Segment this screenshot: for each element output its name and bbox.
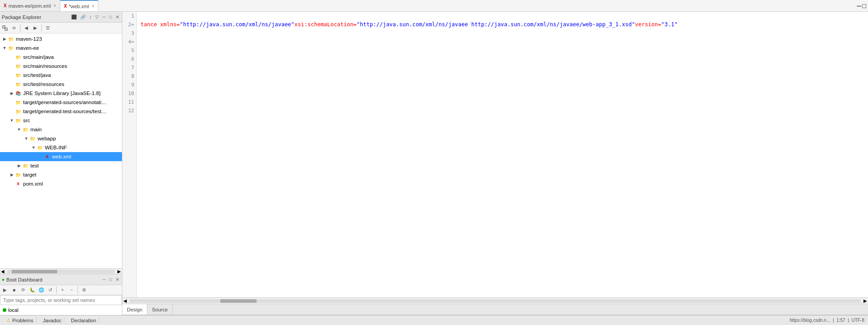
tree-item-main[interactable]: ▼ 📁 main [0, 125, 122, 134]
boot-refresh-btn[interactable]: ↺ [46, 286, 54, 294]
link-editor-btn[interactable]: 🔗 [79, 14, 87, 20]
close-panel-btn[interactable]: ✕ [115, 14, 120, 20]
boot-start-btn[interactable]: ▶ [1, 286, 9, 294]
tab-pom-xml-close[interactable]: × [53, 3, 56, 8]
boot-remove-btn[interactable]: − [68, 286, 76, 294]
editor-hscroll[interactable]: ◀ ▶ [122, 298, 868, 304]
folder-icon-main: 📁 [22, 126, 29, 133]
tree-item-src-test-java[interactable]: 📁 src/test/java [0, 71, 122, 80]
label-src: src [23, 118, 30, 123]
code-area[interactable]: tance xmlns="http://java.sun.com/xml/ns/… [137, 12, 868, 297]
minimize-editor-btn[interactable]: ─ [857, 2, 862, 10]
tab-bar-empty [98, 0, 855, 11]
tab-web-xml-close[interactable]: × [92, 4, 94, 9]
view-menu-btn[interactable]: ▽ [94, 14, 100, 20]
xml-icon-1: X [4, 3, 7, 8]
arrow-src-main-res [9, 63, 15, 69]
hscroll-left-btn[interactable]: ◀ [0, 269, 5, 274]
code-line-6 [141, 55, 864, 63]
tree-item-webapp[interactable]: ▼ 📁 webapp [0, 134, 122, 143]
label-src-main-res: src/main/resources [23, 63, 67, 69]
collapse-all-btn[interactable]: ⬛ [70, 14, 78, 20]
tree-item-src-test-res[interactable]: 📁 src/test/resources [0, 80, 122, 89]
arrow-src-main-java [9, 54, 15, 60]
tree-item-test[interactable]: ▶ 📁 test [0, 161, 122, 170]
tree-item-target[interactable]: ▶ 📁 target [0, 170, 122, 179]
folder-icon-src-main-res: 📁 [15, 62, 22, 70]
maximize-panel-btn[interactable]: □ [108, 14, 113, 20]
back-btn[interactable]: ◀ [22, 24, 30, 32]
boot-dashboard-toolbar: ▶ ■ ⟳ 🐛 🌐 ↺ + − ⚙ [0, 285, 122, 295]
hscroll-right-btn[interactable]: ▶ [116, 269, 122, 274]
tree-item-src[interactable]: ▼ 📁 src [0, 116, 122, 125]
tab-design[interactable]: Design [122, 304, 147, 315]
tree-item-src-main-res[interactable]: 📁 src/main/resources [0, 62, 122, 71]
label-src-test-java: src/test/java [23, 72, 51, 78]
arrow-pomxml [9, 181, 15, 186]
tree-item-pomxml[interactable]: X pom.xml [0, 179, 122, 188]
code-line-12 [141, 106, 864, 115]
editor-design-source-tabs: Design Source [122, 304, 868, 315]
boot-maximize-btn[interactable]: □ [108, 277, 113, 282]
library-icon-jre: 📚 [15, 90, 22, 97]
boot-search-input[interactable] [0, 295, 122, 305]
editor-scroll-left-btn[interactable]: ◀ [122, 298, 128, 303]
arrow-jre: ▶ [9, 91, 15, 96]
boot-minimize-btn[interactable]: ─ [102, 277, 107, 282]
label-test: test [30, 163, 39, 168]
label-maven-123: maven-123 [16, 36, 42, 42]
svg-rect-0 [3, 26, 5, 28]
explorer-toolbar: ◀ ▶ ☰ [0, 23, 122, 33]
code-text-line2: tance xmlns= [141, 20, 180, 29]
explorer-hscroll[interactable]: ◀ ▶ [0, 268, 122, 274]
tree-item-jre[interactable]: ▶ 📚 JRE System Library [JavaSE-1.8] [0, 89, 122, 98]
boot-close-btn[interactable]: ✕ [115, 277, 120, 282]
tree-item-maven-123[interactable]: ▶ 📁 maven-123 [0, 34, 122, 43]
tab-pom-xml[interactable]: X maven-ee/pom.xml × [0, 0, 60, 11]
boot-sep2 [78, 287, 78, 294]
boot-restart-btn[interactable]: ⟳ [19, 286, 27, 294]
link-btn[interactable] [10, 24, 18, 32]
boot-settings-btn[interactable]: ⚙ [80, 286, 88, 294]
tree-item-target-gen-test[interactable]: 📁 target/generated-test-sources/test… [0, 107, 122, 116]
tab-design-label: Design [127, 307, 142, 312]
editor-hscrollbar[interactable] [130, 299, 861, 303]
maximize-editor-btn[interactable]: □ [863, 2, 866, 10]
left-panel: Package Explorer ⬛ 🔗 ↕ ▽ ─ □ ✕ ◀ ▶ [0, 12, 122, 315]
package-explorer-tree[interactable]: ▶ 📁 maven-123 ▼ 📁 maven-ee 📁 src/main/ja… [0, 33, 122, 268]
view-menu-toolbar-btn[interactable]: ☰ [44, 24, 52, 32]
boot-open-btn[interactable]: 🌐 [37, 286, 45, 294]
status-javadoc[interactable]: Javadoc [40, 318, 64, 323]
tree-item-src-main-java[interactable]: 📁 src/main/java [0, 53, 122, 62]
tab-web-xml[interactable]: X *web.xml × [60, 0, 98, 11]
editor-scroll-right-btn[interactable]: ▶ [863, 298, 868, 303]
sync-btn[interactable]: ↕ [88, 14, 92, 20]
editor-hscroll-thumb[interactable] [220, 299, 257, 303]
code-line-10 [141, 89, 864, 98]
tab-source-label: Source [152, 307, 168, 312]
label-target-gen-test: target/generated-test-sources/test… [23, 109, 107, 114]
tree-item-webinf[interactable]: ▼ 📁 WEB-INF [0, 143, 122, 152]
label-target-gen: target/generated-sources/annotati… [23, 100, 107, 105]
linenum-8: 8 [122, 72, 136, 81]
project-icon-maven-ee: 📁 [7, 44, 15, 52]
boot-stop-btn[interactable]: ■ [10, 286, 18, 294]
boot-debug-btn[interactable]: 🐛 [28, 286, 36, 294]
folder-icon-src-test-res: 📁 [15, 81, 22, 88]
tree-item-maven-ee[interactable]: ▼ 📁 maven-ee [0, 43, 122, 53]
boot-add-btn[interactable]: + [58, 286, 67, 294]
tree-item-target-gen[interactable]: 📁 target/generated-sources/annotati… [0, 98, 122, 107]
code-line-9 [141, 81, 864, 89]
tree-item-webxml[interactable]: X web.xml [0, 152, 122, 161]
status-declaration[interactable]: Declaration [68, 318, 99, 323]
folder-icon-webinf: 📁 [36, 144, 44, 151]
boot-dashboard: ● Boot Dashboard ─ □ ✕ ▶ ■ ⟳ 🐛 🌐 ↺ + − [0, 274, 122, 315]
collapse-btn[interactable] [1, 24, 9, 32]
tab-source[interactable]: Source [147, 304, 173, 315]
hscrollbar-thumb[interactable] [12, 270, 57, 273]
boot-local-item[interactable]: local [0, 305, 122, 315]
status-problems[interactable]: ⚠ Problems [4, 318, 36, 323]
minimize-panel-btn[interactable]: ─ [102, 14, 107, 20]
forward-btn[interactable]: ▶ [31, 24, 39, 32]
hscrollbar[interactable] [7, 270, 115, 273]
